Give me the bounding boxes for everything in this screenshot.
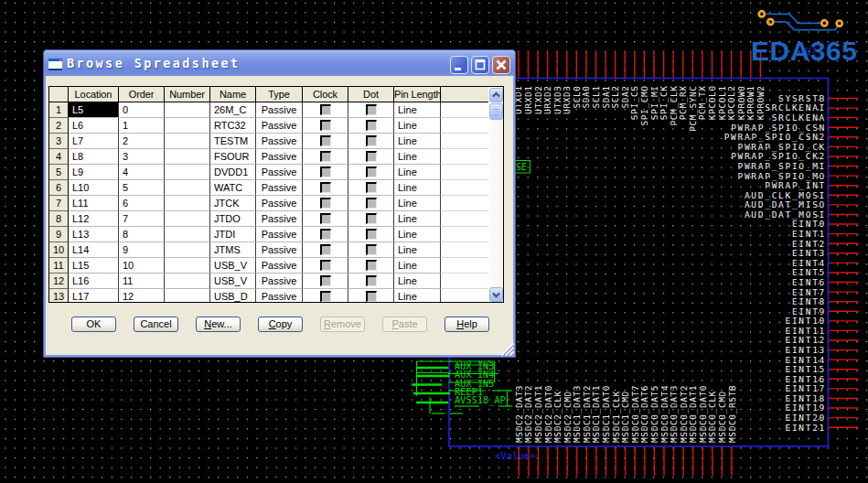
cell-type[interactable]: Passive [256, 211, 303, 227]
cell-type[interactable]: Passive [256, 242, 303, 258]
clock-checkbox[interactable] [320, 260, 331, 271]
cell-location[interactable]: L15 [69, 258, 119, 274]
cell-clock[interactable] [303, 180, 348, 196]
column-header[interactable]: Number [165, 87, 210, 102]
row-number[interactable]: 5 [49, 165, 69, 180]
cell-location[interactable]: L17 [69, 289, 119, 303]
cell-clock[interactable] [303, 227, 348, 242]
row-number[interactable]: 7 [49, 196, 69, 211]
dot-checkbox[interactable] [366, 135, 377, 146]
row-number[interactable]: 12 [49, 274, 69, 289]
cell-number[interactable] [165, 289, 210, 303]
cell-dot[interactable] [348, 289, 394, 303]
dot-checkbox[interactable] [366, 151, 377, 162]
cell-number[interactable] [165, 211, 210, 227]
scroll-up-button[interactable] [489, 88, 503, 102]
cell-location[interactable]: L8 [69, 149, 119, 165]
clock-checkbox[interactable] [320, 182, 331, 193]
clock-checkbox[interactable] [320, 104, 331, 115]
cell-dot[interactable] [348, 102, 394, 118]
cell-dot[interactable] [348, 134, 394, 149]
cell-pin_length[interactable]: Line [394, 227, 441, 242]
row-number[interactable]: 11 [49, 258, 69, 274]
dot-checkbox[interactable] [366, 104, 377, 115]
clock-checkbox[interactable] [320, 291, 331, 302]
new-button[interactable]: New... [196, 317, 241, 332]
cell-type[interactable]: Passive [256, 102, 303, 118]
cell-pin_length[interactable]: Line [394, 102, 441, 118]
cell-type[interactable]: Passive [256, 196, 303, 211]
row-number[interactable]: 6 [49, 180, 69, 196]
dot-checkbox[interactable] [366, 198, 377, 209]
column-header[interactable]: Pin Length [394, 87, 441, 102]
cancel-button[interactable]: Cancel [134, 317, 178, 332]
cell-dot[interactable] [348, 242, 394, 258]
cell-order[interactable]: 8 [119, 227, 165, 242]
clock-checkbox[interactable] [320, 244, 331, 255]
column-header[interactable] [49, 87, 69, 102]
cell-clock[interactable] [303, 289, 348, 303]
cell-name[interactable]: USB_D [210, 289, 256, 303]
help-button[interactable]: Help [445, 317, 489, 332]
cell-order[interactable]: 0 [119, 102, 165, 118]
cell-clock[interactable] [303, 134, 348, 149]
table-scrollbar[interactable] [488, 87, 503, 302]
resize-grip[interactable] [498, 340, 515, 357]
cell-number[interactable] [165, 134, 210, 149]
cell-name[interactable]: JTCK [210, 196, 256, 211]
maximize-button[interactable] [471, 56, 489, 74]
cell-dot[interactable] [348, 196, 394, 211]
cell-name[interactable]: 26M_C [210, 102, 256, 118]
cell-number[interactable] [165, 242, 210, 258]
cell-pin_length[interactable]: Line [394, 196, 441, 211]
cell-dot[interactable] [348, 227, 394, 242]
dot-checkbox[interactable] [366, 260, 377, 271]
cell-pin_length[interactable]: Line [394, 118, 441, 134]
cell-order[interactable]: 11 [119, 274, 165, 289]
cell-clock[interactable] [303, 258, 348, 274]
row-number[interactable]: 8 [49, 211, 69, 227]
cell-location[interactable]: L14 [69, 242, 119, 258]
cell-number[interactable] [165, 196, 210, 211]
copy-button[interactable]: Copy [258, 317, 303, 332]
dot-checkbox[interactable] [366, 244, 377, 255]
row-number[interactable]: 2 [49, 118, 69, 134]
cell-number[interactable] [165, 274, 210, 289]
row-number[interactable]: 4 [49, 149, 69, 165]
cell-number[interactable] [165, 102, 210, 118]
cell-name[interactable]: JTMS [210, 242, 256, 258]
cell-location[interactable]: L10 [69, 180, 119, 196]
cell-name[interactable]: TESTM [210, 134, 256, 149]
cell-clock[interactable] [303, 102, 348, 118]
cell-type[interactable]: Passive [256, 134, 303, 149]
cell-pin_length[interactable]: Line [394, 242, 441, 258]
cell-location[interactable]: L16 [69, 274, 119, 289]
cell-clock[interactable] [303, 242, 348, 258]
dot-checkbox[interactable] [366, 291, 377, 302]
clock-checkbox[interactable] [320, 151, 331, 162]
cell-name[interactable]: USB_V [210, 274, 256, 289]
cell-location[interactable]: L12 [69, 211, 119, 227]
row-number[interactable]: 1 [49, 102, 69, 118]
cell-number[interactable] [165, 258, 210, 274]
cell-order[interactable]: 4 [119, 165, 165, 180]
clock-checkbox[interactable] [320, 166, 331, 177]
cell-location[interactable]: L7 [69, 134, 119, 149]
cell-type[interactable]: Passive [256, 118, 303, 134]
dialog-titlebar[interactable]: Browse Spreadsheet [44, 50, 515, 76]
cell-type[interactable]: Passive [256, 289, 303, 303]
cell-clock[interactable] [303, 165, 348, 180]
dot-checkbox[interactable] [366, 229, 377, 240]
cell-name[interactable]: RTC32 [210, 118, 256, 134]
dot-checkbox[interactable] [366, 213, 377, 224]
cell-name[interactable]: DVDD1 [210, 165, 256, 180]
part-value[interactable]: <Value> [495, 450, 535, 461]
cell-location[interactable]: L13 [69, 227, 119, 242]
column-header[interactable]: Location [69, 87, 119, 102]
cell-dot[interactable] [348, 149, 394, 165]
paste-button[interactable]: Paste [382, 317, 427, 332]
clock-checkbox[interactable] [320, 275, 331, 286]
ok-button[interactable]: OK [71, 317, 116, 332]
cell-type[interactable]: Passive [256, 258, 303, 274]
cell-location[interactable]: L5 [69, 102, 119, 118]
